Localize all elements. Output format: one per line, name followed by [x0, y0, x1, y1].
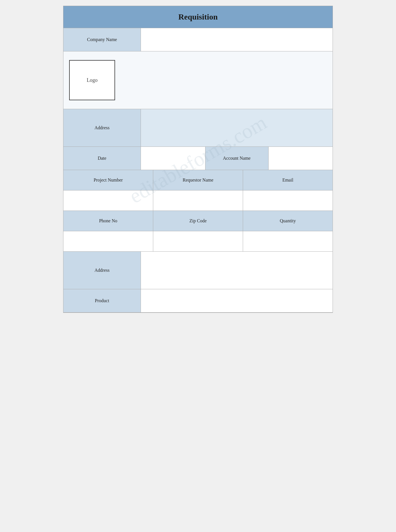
project-labels-row: Project Number Requestor Name Email	[63, 170, 333, 190]
quantity-value[interactable]	[243, 231, 333, 251]
email-value[interactable]	[243, 190, 333, 211]
form-title: Requisition	[66, 12, 330, 22]
logo-box: Logo	[69, 60, 115, 100]
phone-no-value[interactable]	[63, 231, 153, 251]
address2-value[interactable]	[141, 252, 333, 289]
zip-code-value[interactable]	[153, 231, 243, 251]
project-number-value[interactable]	[63, 190, 153, 211]
product-label: Product	[63, 289, 141, 312]
company-name-label: Company Name	[63, 28, 141, 51]
account-name-value[interactable]	[269, 147, 333, 170]
phone-labels-row: Phone No Zip Code Quantity	[63, 211, 333, 231]
requestor-name-value[interactable]	[153, 190, 243, 211]
address2-label: Address	[63, 252, 141, 289]
date-value[interactable]	[141, 147, 205, 170]
product-value[interactable]	[141, 289, 333, 312]
email-label: Email	[243, 170, 333, 190]
company-name-value[interactable]	[141, 28, 333, 51]
requestor-name-label: Requestor Name	[153, 170, 243, 190]
company-name-row: Company Name	[63, 28, 333, 51]
zip-code-label: Zip Code	[153, 211, 243, 231]
date-label: Date	[63, 147, 141, 170]
phone-values-row	[63, 231, 333, 252]
quantity-label: Quantity	[243, 211, 333, 231]
address-label: Address	[63, 109, 141, 147]
form-title-row: Requisition	[63, 6, 333, 28]
requisition-form: Requisition Company Name Logo Address	[63, 6, 333, 313]
address2-row: Address	[63, 252, 333, 289]
project-number-label: Project Number	[63, 170, 153, 190]
phone-no-label: Phone No	[63, 211, 153, 231]
account-name-label: Account Name	[205, 147, 269, 170]
date-account-row: Date Account Name	[63, 147, 333, 170]
address-row: Address	[63, 109, 333, 147]
address-value[interactable]	[141, 109, 333, 147]
logo-row: Logo	[63, 51, 333, 109]
product-row: Product	[63, 289, 333, 313]
project-values-row	[63, 190, 333, 211]
logo-area: Logo	[63, 51, 333, 109]
